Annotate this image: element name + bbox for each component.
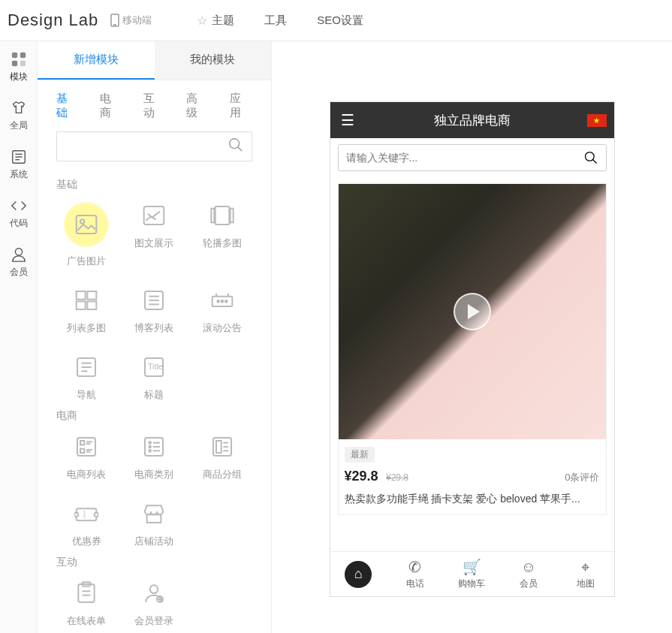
- section-basic-title: 基础: [56, 170, 252, 202]
- rail-modules[interactable]: 模块: [10, 51, 28, 83]
- svg-rect-13: [77, 216, 97, 234]
- hamburger-icon[interactable]: ☰: [341, 111, 354, 129]
- nav-cart[interactable]: 🛒 购物车: [444, 552, 501, 596]
- logo: Design Lab: [8, 11, 107, 30]
- module-product-group[interactable]: 商品分组: [192, 433, 252, 481]
- search-input[interactable]: [65, 140, 228, 152]
- left-rail: 模块 全局 系统 代码 会员: [0, 41, 38, 633]
- device-switch[interactable]: 移动端: [107, 14, 152, 27]
- search-icon: [228, 137, 244, 157]
- section-interact-title: 互动: [56, 548, 252, 580]
- svg-point-59: [74, 513, 78, 517]
- module-online-form[interactable]: 在线表单: [56, 580, 116, 628]
- svg-point-14: [80, 219, 84, 223]
- svg-rect-20: [87, 291, 96, 300]
- tab-new-module[interactable]: 新增模块: [38, 41, 155, 80]
- section-ecom-title: 电商: [56, 402, 252, 433]
- module-image-text[interactable]: 图文展示: [124, 202, 184, 268]
- rail-code[interactable]: 代码: [10, 197, 28, 230]
- modules-icon: [11, 51, 27, 68]
- rail-system[interactable]: 系统: [10, 149, 28, 181]
- svg-rect-5: [20, 61, 25, 66]
- product-card[interactable]: 最新 ¥29.8 ¥29.8 0条评价 热卖款多功能手绳 插卡支架 爱心 bel…: [338, 183, 607, 515]
- module-multi-list[interactable]: 列表多图: [56, 287, 116, 335]
- system-icon: [11, 149, 27, 165]
- tab-my-modules[interactable]: 我的模块: [155, 41, 272, 80]
- svg-point-11: [230, 138, 240, 148]
- module-member-login[interactable]: 会员登录: [124, 580, 184, 628]
- svg-rect-18: [230, 209, 233, 223]
- product-image[interactable]: [339, 184, 606, 439]
- svg-rect-17: [211, 209, 214, 223]
- module-shop-activity[interactable]: 店铺活动: [124, 500, 184, 548]
- preview-title: 独立品牌电商: [434, 112, 511, 129]
- module-carousel[interactable]: 轮播多图: [192, 202, 252, 268]
- phone-icon: ✆: [408, 558, 421, 576]
- product-badge: 最新: [345, 447, 375, 463]
- nav-phone[interactable]: ✆ 电话: [387, 552, 444, 596]
- star-icon: ☆: [197, 14, 207, 28]
- svg-point-49: [149, 446, 152, 448]
- svg-rect-4: [11, 61, 17, 66]
- module-title[interactable]: Title 标题: [124, 354, 184, 402]
- module-coupon[interactable]: 优惠券: [56, 500, 116, 548]
- preview-bottom-nav: ⌂ ✆ 电话 🛒 购物车 ☺ 会员 ⌖ 地图: [330, 551, 614, 596]
- svg-rect-22: [87, 301, 96, 309]
- svg-point-67: [150, 585, 158, 593]
- menu-seo[interactable]: SEO设置: [317, 14, 363, 28]
- module-blog-list[interactable]: 博客列表: [124, 287, 184, 335]
- svg-point-71: [585, 152, 594, 161]
- top-bar: Design Lab 移动端 ☆主题 工具 SEO设置: [0, 0, 672, 41]
- map-icon: ⌖: [581, 559, 589, 576]
- subtab-advanced[interactable]: 高级: [186, 92, 209, 120]
- code-icon: [11, 197, 27, 214]
- nav-map[interactable]: ⌖ 地图: [557, 552, 614, 596]
- svg-rect-16: [215, 206, 229, 225]
- svg-point-31: [221, 300, 223, 303]
- module-list[interactable]: 基础 广告图片 图文展示 轮播多图 列表多图: [38, 170, 271, 633]
- module-nav[interactable]: 导航: [56, 354, 116, 402]
- rail-member[interactable]: 会员: [10, 246, 28, 279]
- svg-point-51: [149, 450, 152, 452]
- subtab-apps[interactable]: 应用: [230, 92, 252, 120]
- product-original-price: ¥29.8: [386, 472, 408, 483]
- module-marquee[interactable]: 滚动公告: [192, 287, 252, 335]
- member-icon: ☺: [521, 559, 536, 576]
- shirt-icon: [11, 100, 27, 116]
- svg-point-47: [149, 442, 152, 444]
- module-ecom-list[interactable]: 电商列表: [56, 433, 116, 481]
- product-title: 热卖款多功能手绳 插卡支架 爱心 beloved 苹果手...: [345, 492, 600, 507]
- subtab-ecommerce[interactable]: 电商: [100, 92, 122, 120]
- svg-line-72: [592, 160, 596, 164]
- nav-home[interactable]: ⌂: [330, 552, 387, 596]
- product-price: ¥29.8: [345, 469, 378, 484]
- preview-header: ☰ 独立品牌电商 ★: [330, 102, 614, 138]
- module-ecom-category[interactable]: 电商类别: [124, 433, 184, 481]
- subtab-basic[interactable]: 基础: [56, 92, 79, 120]
- menu-tools[interactable]: 工具: [264, 14, 287, 28]
- mobile-icon: [110, 14, 119, 27]
- svg-point-30: [217, 300, 219, 303]
- play-icon[interactable]: [454, 293, 491, 330]
- menu-theme[interactable]: ☆主题: [197, 14, 234, 28]
- svg-rect-19: [77, 291, 86, 300]
- subtab-interact[interactable]: 互动: [143, 92, 166, 120]
- rail-global[interactable]: 全局: [10, 100, 28, 132]
- module-search[interactable]: [56, 131, 252, 161]
- preview-search-input[interactable]: [346, 152, 583, 164]
- cart-icon: 🛒: [463, 558, 481, 576]
- svg-point-60: [95, 513, 98, 517]
- top-menu: ☆主题 工具 SEO设置: [197, 14, 363, 28]
- preview-search[interactable]: [338, 144, 607, 171]
- nav-member[interactable]: ☺ 会员: [500, 552, 557, 596]
- svg-line-12: [238, 146, 243, 151]
- module-ad-image[interactable]: 广告图片: [56, 202, 116, 268]
- svg-rect-40: [80, 441, 84, 445]
- flag-icon[interactable]: ★: [587, 114, 607, 127]
- svg-rect-54: [216, 441, 221, 453]
- svg-text:Title: Title: [148, 362, 163, 371]
- svg-rect-58: [77, 508, 97, 520]
- product-reviews: 0条评价: [565, 471, 599, 484]
- phone-preview: ☰ 独立品牌电商 ★ 最新: [330, 101, 615, 597]
- svg-point-10: [15, 249, 22, 255]
